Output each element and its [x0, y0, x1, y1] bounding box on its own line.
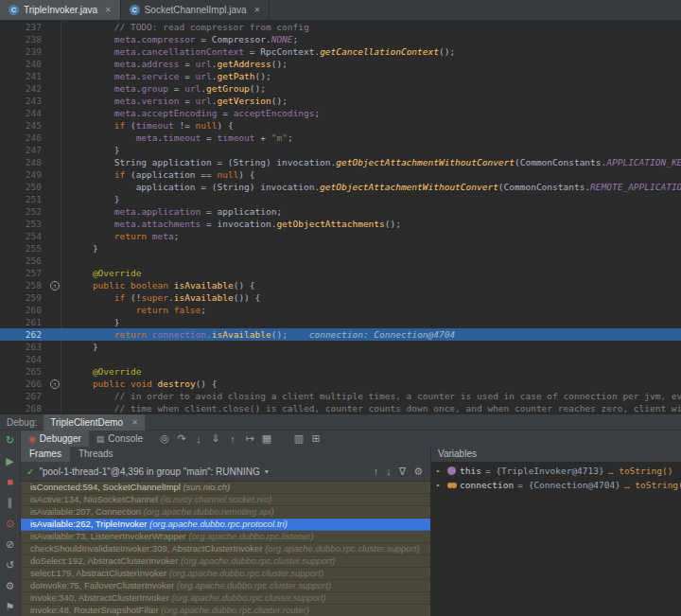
line-number[interactable]: 246 [0, 132, 49, 144]
restore-layout-icon[interactable]: ↺ [6, 559, 14, 571]
code-line[interactable]: 246 meta.timeout = timeout + "m"; [0, 132, 681, 144]
line-number[interactable]: 262 [0, 328, 49, 341]
code-editor[interactable]: 237 // TODO: read compressor from config… [0, 21, 681, 414]
line-number[interactable]: 247 [0, 144, 49, 156]
code-line[interactable]: 260 return false; [0, 304, 681, 316]
override-method-icon[interactable]: ↑ [50, 379, 60, 389]
frames-settings-icon[interactable]: ⚙ [413, 466, 423, 478]
code-line[interactable]: 267 // in order to avoid closing a clien… [0, 390, 681, 402]
line-number[interactable]: 253 [0, 218, 49, 230]
line-number[interactable]: 248 [0, 156, 49, 168]
code-line[interactable]: 261 } [0, 316, 681, 328]
stack-frame[interactable]: isAvailable:262, TripleInvoker (org.apac… [21, 519, 430, 531]
code-line[interactable]: 251 } [0, 193, 681, 205]
line-number[interactable]: 265 [0, 365, 49, 378]
line-number[interactable]: 245 [0, 119, 49, 132]
line-number[interactable]: 239 [0, 45, 49, 58]
code-line[interactable]: 237 // TODO: read compressor from config [0, 21, 681, 33]
line-number[interactable]: 257 [0, 267, 49, 279]
stack-frame[interactable]: isAvailable:73, ListenerInvokerWrapper (… [21, 531, 430, 543]
line-number[interactable]: 241 [0, 70, 49, 82]
stack-frame[interactable]: isAvailable:207, Connection (org.apache.… [21, 506, 430, 519]
code-line[interactable]: 268 // time when client.close() is calle… [0, 402, 681, 414]
evaluate-expression-icon[interactable]: ▦ [258, 432, 275, 445]
stack-frame[interactable]: invoke:340, AbstractClusterInvoker (org.… [21, 592, 430, 605]
code-line[interactable]: 253 meta.attachments = invocation.getObj… [0, 218, 681, 230]
tab-tripleinvoker-java[interactable]: C TripleInvoker.java ✕ [0, 0, 121, 20]
line-number[interactable]: 242 [0, 82, 49, 95]
line-number[interactable]: 259 [0, 291, 49, 304]
line-number[interactable]: 256 [0, 255, 49, 267]
code-line[interactable]: 266↑ public void destroy() { [0, 378, 681, 390]
line-number[interactable]: 254 [0, 230, 49, 242]
code-line[interactable]: 259 if (!super.isAvailable()) { [0, 291, 681, 304]
tab-debugger[interactable]: ◉ Debugger [21, 431, 89, 447]
override-method-icon[interactable]: ↑ [50, 281, 60, 290]
stack-frame[interactable]: isActive:134, NioSocketChannel (io.netty… [21, 494, 430, 506]
code-line[interactable]: 243 meta.version = url.getVersion(); [0, 95, 681, 107]
run-to-cursor-icon[interactable]: ↦ [241, 432, 258, 445]
stop-icon[interactable]: ■ [7, 476, 13, 487]
tab-frames[interactable]: Frames [21, 447, 70, 462]
line-number[interactable]: 266 [0, 378, 49, 390]
code-line[interactable]: 255 } [0, 242, 681, 255]
settings-gear-icon[interactable]: ⚙ [6, 580, 15, 591]
code-line[interactable]: 254 return meta; [0, 230, 681, 242]
code-line[interactable]: 245 if (timeout != null) { [0, 119, 681, 132]
close-tab-icon[interactable]: ✕ [254, 6, 261, 14]
code-line[interactable]: 241 meta.service = url.getPath(); [0, 70, 681, 82]
line-number[interactable]: 243 [0, 95, 49, 107]
stack-frame[interactable]: doInvoke:75, FailoverClusterInvoker (org… [21, 580, 430, 592]
code-line[interactable]: 238 meta.compressor = Compressor.NONE; [0, 33, 681, 45]
tostring-link[interactable]: … toString() [608, 466, 673, 476]
thread-dump-icon[interactable]: ▥ [290, 432, 307, 445]
code-line[interactable]: 250 application = (String) invocation.ge… [0, 181, 681, 193]
line-number[interactable]: 267 [0, 390, 49, 402]
tostring-link[interactable]: … toString() [624, 480, 681, 490]
show-execution-point-icon[interactable]: ◎ [156, 432, 173, 445]
tab-console[interactable]: ▤ Console [89, 431, 150, 447]
resume-icon[interactable]: ▶ [6, 455, 13, 466]
code-line[interactable]: 256 [0, 255, 681, 267]
line-number[interactable]: 261 [0, 316, 49, 328]
line-number[interactable]: 251 [0, 193, 49, 205]
thread-selector[interactable]: ✓ "pool-1-thread-1"@4,396 in group "main… [21, 462, 430, 482]
stack-frame[interactable]: invoke:48, RouterSnapshotFilter (org.apa… [21, 605, 430, 616]
filter-frames-icon[interactable]: ∇ [399, 466, 406, 478]
code-line[interactable]: 242 meta.group = url.getGroup(); [0, 82, 681, 95]
code-line[interactable]: 244 meta.acceptEncoding = acceptEncoding… [0, 107, 681, 119]
pin-icon[interactable]: ⚑ [6, 601, 15, 612]
code-line[interactable]: 248 String application = (String) invoca… [0, 156, 681, 168]
layout-settings-icon[interactable]: ⊞ [307, 432, 324, 445]
stack-frame[interactable]: checkShouldInvalidateInvoker:309, Abstra… [21, 543, 430, 555]
previous-frame-icon[interactable]: ↑ [374, 466, 379, 478]
line-number[interactable]: 240 [0, 58, 49, 70]
line-number[interactable]: 255 [0, 242, 49, 255]
code-line[interactable]: 258↑ public boolean isAvailable() { [0, 279, 681, 291]
rerun-debug-icon[interactable]: ↻ [6, 434, 14, 446]
code-line[interactable]: 264 [0, 353, 681, 365]
expand-chevron-icon[interactable]: ▸ [436, 466, 444, 475]
line-number[interactable]: 249 [0, 168, 49, 181]
line-number[interactable]: 258 [0, 279, 49, 291]
mute-breakpoints-icon[interactable]: ⊘ [6, 538, 14, 550]
line-number[interactable]: 244 [0, 107, 49, 119]
tab-threads[interactable]: Threads [70, 447, 122, 462]
chevron-down-icon[interactable]: ▾ [265, 467, 269, 476]
line-number[interactable]: 238 [0, 33, 49, 45]
debug-session-tab[interactable]: TripleClientDemo ✕ [44, 414, 145, 431]
tab-socketchannelimpl-java[interactable]: C SocketChannelImpl.java ✕ [121, 0, 271, 20]
line-number[interactable]: 268 [0, 402, 49, 414]
pause-icon[interactable]: ∥ [8, 497, 13, 508]
force-step-into-icon[interactable]: ⇓ [207, 432, 224, 445]
close-tab-icon[interactable]: ✕ [105, 6, 112, 14]
stack-frame[interactable]: doSelect:192, AbstractClusterInvoker (or… [21, 555, 430, 568]
code-line[interactable]: 239 meta.cancellationContext = RpcContex… [0, 45, 681, 58]
code-line[interactable]: 249 if (application == null) { [0, 168, 681, 181]
code-line[interactable]: 265 @Override [0, 365, 681, 378]
line-number[interactable]: 260 [0, 304, 49, 316]
variable-row[interactable]: ▸this= {TripleInvoker@4713} … toString() [431, 464, 681, 478]
next-frame-icon[interactable]: ↓ [386, 466, 392, 478]
line-number[interactable]: 237 [0, 21, 49, 33]
code-line[interactable]: 240 meta.address = url.getAddress(); [0, 58, 681, 70]
